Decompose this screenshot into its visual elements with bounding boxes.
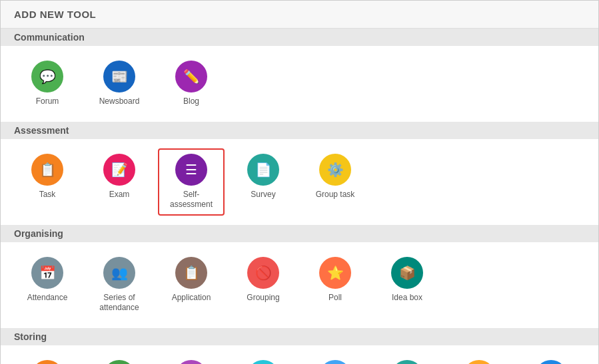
tool-icon-grouping: 🚫 xyxy=(247,257,279,289)
tool-label-series-of-attendance: Series of attendance xyxy=(91,293,147,313)
tool-icon-poll: ⭐ xyxy=(319,257,351,289)
tool-icon-task: 📋 xyxy=(31,154,63,186)
tool-label-forum: Forum xyxy=(36,96,59,107)
tool-item-folder[interactable]: 📁Folder xyxy=(14,355,81,364)
tool-icon-newsboard: 📰 xyxy=(103,61,135,92)
tool-item-e-content[interactable]: 📄E-content xyxy=(86,355,153,364)
tool-item-poll[interactable]: ⭐Poll xyxy=(302,252,368,319)
tool-icon-group-task: ⚙️ xyxy=(319,154,351,186)
add-new-tool-dialog: ADD NEW TOOL Communication💬Forum📰Newsboa… xyxy=(0,0,599,364)
tool-item-exam[interactable]: 📝Exam xyxy=(86,148,153,216)
tool-item-task[interactable]: 📋Task xyxy=(14,148,81,216)
tool-icon-blog: ✏️ xyxy=(175,61,207,92)
tool-icon-survey: 📄 xyxy=(247,154,279,186)
tools-grid-storing: 📁Folder📄E-content🔗Link📊Table❓Question ba… xyxy=(1,345,598,364)
tool-item-link[interactable]: 🔗Link xyxy=(158,355,225,364)
tool-label-application: Application xyxy=(172,293,211,303)
tool-item-blog[interactable]: ✏️Blog xyxy=(158,55,225,112)
tool-label-blog: Blog xyxy=(183,96,199,107)
section-header-storing: Storing xyxy=(1,328,598,345)
tool-icon-table: 📊 xyxy=(247,360,279,364)
tool-icon-trainer: ⚙️ xyxy=(463,360,495,364)
tool-icon-series-of-attendance: 👥 xyxy=(103,257,135,289)
tool-label-task: Task xyxy=(39,190,56,200)
tool-label-attendance: Attendance xyxy=(27,293,68,303)
tools-grid-assessment: 📋Task📝Exam☰Self-assessment📄Survey⚙️Group… xyxy=(1,139,598,225)
section-header-organising: Organising xyxy=(1,225,598,242)
tool-label-poll: Poll xyxy=(328,293,342,303)
section-header-communication: Communication xyxy=(1,29,598,46)
tool-icon-exam: 📝 xyxy=(103,154,135,186)
section-header-assessment: Assessment xyxy=(1,122,598,139)
tool-item-grouping[interactable]: 🚫Grouping xyxy=(230,252,297,319)
tool-icon-application: 📋 xyxy=(175,257,207,289)
tool-icon-question-bank: ❓ xyxy=(319,360,351,364)
tool-icon-folder: 📁 xyxy=(31,360,63,364)
tool-item-forum[interactable]: 💬Forum xyxy=(14,55,81,112)
tool-label-newsboard: Newsboard xyxy=(99,96,140,107)
tool-item-table[interactable]: 📊Table xyxy=(230,355,297,364)
tool-icon-test-storage: 📋 xyxy=(391,360,423,364)
tool-icon-attendance: 📅 xyxy=(31,257,63,289)
tool-item-newsboard[interactable]: 📰Newsboard xyxy=(86,55,153,112)
tool-icon-self-assessment: ☰ xyxy=(175,154,207,186)
tool-item-series-of-attendance[interactable]: 👥Series of attendance xyxy=(86,252,153,319)
tool-item-trainer[interactable]: ⚙️Trainer xyxy=(446,355,512,364)
tool-icon-external-module: 🔲 xyxy=(535,360,567,364)
tool-item-group-task[interactable]: ⚙️Group task xyxy=(302,148,368,216)
tool-item-application[interactable]: 📋Application xyxy=(158,252,225,319)
tool-item-test-storage[interactable]: 📋Test storage xyxy=(374,355,440,364)
tool-icon-idea-box: 📦 xyxy=(391,257,423,289)
tool-icon-link: 🔗 xyxy=(175,360,207,364)
dialog-title: ADD NEW TOOL xyxy=(1,1,598,29)
tool-item-self-assessment[interactable]: ☰Self-assessment xyxy=(158,148,225,216)
tool-label-grouping: Grouping xyxy=(247,293,279,303)
tool-item-attendance[interactable]: 📅Attendance xyxy=(14,252,81,319)
tool-label-survey: Survey xyxy=(251,190,275,200)
tool-label-self-assessment: Self-assessment xyxy=(163,190,219,210)
tools-grid-organising: 📅Attendance👥Series of attendance📋Applica… xyxy=(1,242,598,328)
tool-item-survey[interactable]: 📄Survey xyxy=(230,148,297,216)
tool-label-idea-box: Idea box xyxy=(392,293,422,303)
tool-item-question-bank[interactable]: ❓Question bank xyxy=(302,355,368,364)
tool-item-external-module[interactable]: 🔲External module xyxy=(518,355,584,364)
tool-icon-forum: 💬 xyxy=(31,61,63,92)
tool-item-idea-box[interactable]: 📦Idea box xyxy=(374,252,440,319)
tool-label-group-task: Group task xyxy=(316,190,355,200)
tools-grid-communication: 💬Forum📰Newsboard✏️Blog xyxy=(1,46,598,122)
tool-label-exam: Exam xyxy=(109,190,130,200)
tool-icon-e-content: 📄 xyxy=(103,360,135,364)
